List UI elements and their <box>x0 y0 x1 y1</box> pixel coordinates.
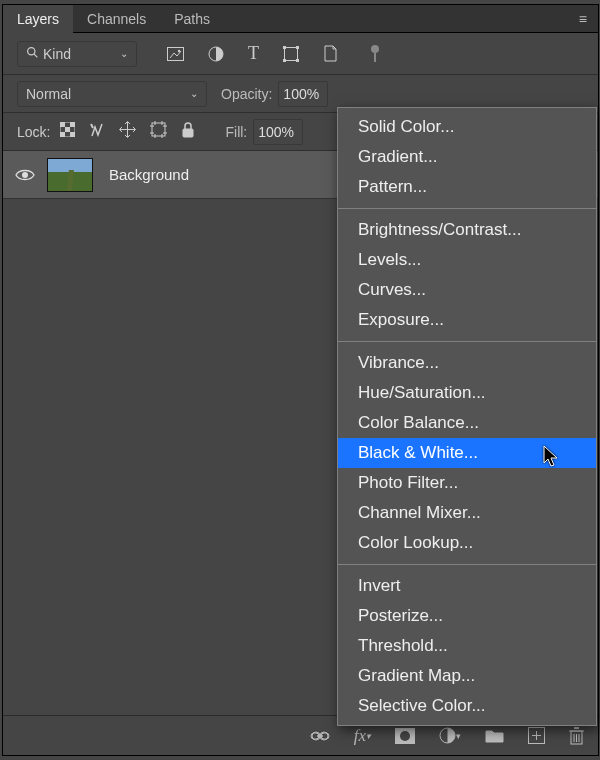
svg-rect-29 <box>183 129 193 137</box>
filter-toggle-icon[interactable] <box>368 44 382 64</box>
svg-rect-17 <box>70 132 75 137</box>
svg-rect-5 <box>285 47 298 60</box>
svg-rect-6 <box>283 46 286 49</box>
delete-layer-icon[interactable] <box>569 727 584 745</box>
shape-layer-filter-icon[interactable] <box>283 46 299 62</box>
svg-line-1 <box>34 54 37 57</box>
layer-mask-icon[interactable] <box>395 728 415 744</box>
lock-label: Lock: <box>17 124 50 140</box>
blend-mode-select[interactable]: Normal ⌄ <box>17 81 207 107</box>
chevron-down-icon: ⌄ <box>120 48 128 59</box>
menu-brightness-contrast[interactable]: Brightness/Contrast... <box>338 215 596 245</box>
svg-rect-20 <box>152 123 165 136</box>
tab-bar: Layers Channels Paths ≡ <box>3 5 598 33</box>
svg-point-10 <box>371 45 379 53</box>
new-layer-icon[interactable] <box>528 727 545 744</box>
tab-channels[interactable]: Channels <box>73 5 160 33</box>
tab-layers[interactable]: Layers <box>3 5 73 33</box>
menu-threshold[interactable]: Threshold... <box>338 631 596 661</box>
svg-rect-13 <box>60 122 65 127</box>
search-icon <box>26 46 39 62</box>
menu-levels[interactable]: Levels... <box>338 245 596 275</box>
opacity-input[interactable]: 100% <box>278 81 328 107</box>
menu-color-balance[interactable]: Color Balance... <box>338 408 596 438</box>
lock-all-icon[interactable] <box>181 122 195 142</box>
lock-image-icon[interactable] <box>89 122 105 142</box>
tab-paths[interactable]: Paths <box>160 5 224 33</box>
svg-point-3 <box>178 49 180 51</box>
layer-name[interactable]: Background <box>109 166 189 183</box>
menu-gradient[interactable]: Gradient... <box>338 142 596 172</box>
menu-color-lookup[interactable]: Color Lookup... <box>338 528 596 558</box>
svg-rect-15 <box>65 127 70 132</box>
visibility-toggle-icon[interactable] <box>3 168 47 182</box>
layers-panel: Layers Channels Paths ≡ Kind ⌄ T <box>2 4 599 756</box>
blend-mode-value: Normal <box>26 86 71 102</box>
group-icon[interactable] <box>485 728 504 743</box>
menu-vibrance[interactable]: Vibrance... <box>338 348 596 378</box>
lock-position-icon[interactable] <box>119 121 136 142</box>
svg-point-30 <box>22 172 28 178</box>
svg-point-0 <box>28 47 35 54</box>
svg-rect-16 <box>60 132 65 137</box>
svg-point-35 <box>400 731 410 741</box>
menu-invert[interactable]: Invert <box>338 571 596 601</box>
filter-row: Kind ⌄ T <box>3 33 598 75</box>
menu-channel-mixer[interactable]: Channel Mixer... <box>338 498 596 528</box>
menu-gradient-map[interactable]: Gradient Map... <box>338 661 596 691</box>
kind-label: Kind <box>43 46 71 62</box>
lock-artboard-icon[interactable] <box>150 121 167 142</box>
svg-rect-9 <box>296 59 299 62</box>
layer-style-icon[interactable]: fx▾ <box>354 726 371 746</box>
kind-select[interactable]: Kind ⌄ <box>17 41 137 67</box>
svg-rect-8 <box>283 59 286 62</box>
layer-thumbnail[interactable] <box>47 158 93 192</box>
lock-transparent-icon[interactable] <box>60 122 75 141</box>
type-layer-filter-icon[interactable]: T <box>248 43 259 64</box>
menu-solid-color[interactable]: Solid Color... <box>338 112 596 142</box>
panel-menu-icon[interactable]: ≡ <box>579 11 588 27</box>
menu-selective-color[interactable]: Selective Color... <box>338 691 596 721</box>
fill-label: Fill: <box>225 124 247 140</box>
chevron-down-icon: ⌄ <box>190 88 198 99</box>
menu-black-white[interactable]: Black & White... <box>338 438 596 468</box>
menu-posterize[interactable]: Posterize... <box>338 601 596 631</box>
smart-object-filter-icon[interactable] <box>323 45 338 62</box>
opacity-label: Opacity: <box>221 86 272 102</box>
menu-pattern[interactable]: Pattern... <box>338 172 596 202</box>
adjustment-layer-icon[interactable]: ▾ <box>439 727 461 744</box>
menu-hue-saturation[interactable]: Hue/Saturation... <box>338 378 596 408</box>
fill-input[interactable]: 100% <box>253 119 303 145</box>
svg-rect-14 <box>70 122 75 127</box>
menu-exposure[interactable]: Exposure... <box>338 305 596 335</box>
menu-photo-filter[interactable]: Photo Filter... <box>338 468 596 498</box>
pixel-layer-filter-icon[interactable] <box>167 47 184 61</box>
link-layers-icon[interactable] <box>310 730 330 742</box>
svg-rect-7 <box>296 46 299 49</box>
menu-curves[interactable]: Curves... <box>338 275 596 305</box>
adjustment-layer-filter-icon[interactable] <box>208 46 224 62</box>
adjustment-popup-menu: Solid Color... Gradient... Pattern... Br… <box>337 107 597 726</box>
